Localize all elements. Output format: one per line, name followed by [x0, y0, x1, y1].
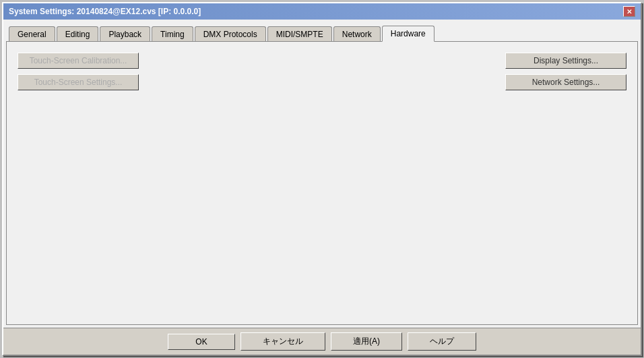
tab-general[interactable]: General [9, 26, 55, 42]
help-button[interactable]: ヘルプ [408, 332, 476, 351]
tab-timing[interactable]: Timing [152, 26, 193, 42]
touch-screen-calibration-button[interactable]: Touch-Screen Calibration... [18, 53, 139, 69]
tab-editing[interactable]: Editing [57, 26, 99, 42]
touch-screen-settings-button[interactable]: Touch-Screen Settings... [18, 74, 139, 90]
window-title: System Settings: 20140824@EX12.cvs [IP: … [9, 7, 201, 16]
title-bar: System Settings: 20140824@EX12.cvs [IP: … [3, 3, 641, 20]
tab-network[interactable]: Network [333, 26, 381, 42]
right-buttons: Display Settings... Network Settings... [505, 53, 626, 90]
ok-button[interactable]: OK [168, 334, 235, 350]
hardware-panel: Touch-Screen Calibration... Touch-Screen… [18, 53, 626, 96]
left-buttons: Touch-Screen Calibration... Touch-Screen… [18, 53, 139, 90]
tab-bar: General Editing Playback Timing DMX Prot… [6, 22, 638, 41]
network-settings-button[interactable]: Network Settings... [505, 74, 626, 90]
tab-playback[interactable]: Playback [100, 26, 150, 42]
cancel-button[interactable]: キャンセル [240, 332, 325, 351]
title-controls: ✕ [623, 6, 635, 17]
tab-hardware[interactable]: Hardware [382, 26, 434, 42]
window-content: General Editing Playback Timing DMX Prot… [3, 20, 641, 328]
footer: OK キャンセル 適用(A) ヘルプ [3, 328, 641, 355]
tab-midi-smpte[interactable]: MIDI/SMPTE [267, 26, 332, 42]
display-settings-button[interactable]: Display Settings... [505, 53, 626, 69]
main-window: System Settings: 20140824@EX12.cvs [IP: … [2, 2, 642, 356]
close-button[interactable]: ✕ [623, 6, 635, 17]
hardware-button-row: Touch-Screen Calibration... Touch-Screen… [18, 53, 626, 90]
apply-button[interactable]: 適用(A) [331, 332, 402, 351]
tab-dmx-protocols[interactable]: DMX Protocols [195, 26, 266, 42]
hardware-tab-content: Touch-Screen Calibration... Touch-Screen… [6, 41, 638, 325]
